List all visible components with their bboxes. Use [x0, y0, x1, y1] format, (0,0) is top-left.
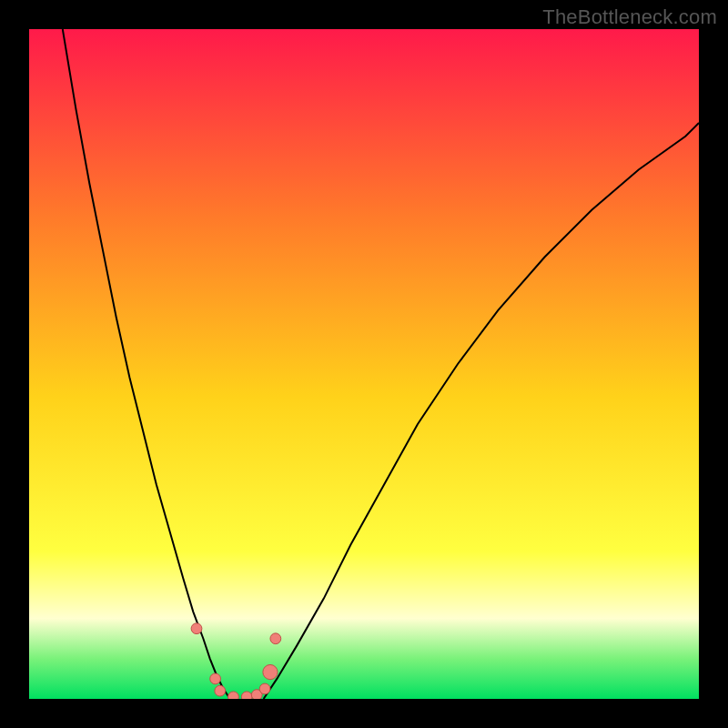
data-marker [263, 664, 278, 679]
data-marker [228, 692, 239, 699]
data-marker [270, 633, 281, 644]
data-marker [259, 683, 270, 694]
chart-svg [29, 29, 699, 699]
data-marker [215, 685, 226, 696]
data-marker [191, 623, 202, 634]
data-marker [241, 692, 252, 699]
plot-area [29, 29, 699, 699]
data-marker [210, 673, 221, 684]
branding-watermark: TheBottleneck.com [542, 5, 717, 29]
outer-frame: TheBottleneck.com [0, 0, 728, 728]
gradient-background [29, 29, 699, 699]
